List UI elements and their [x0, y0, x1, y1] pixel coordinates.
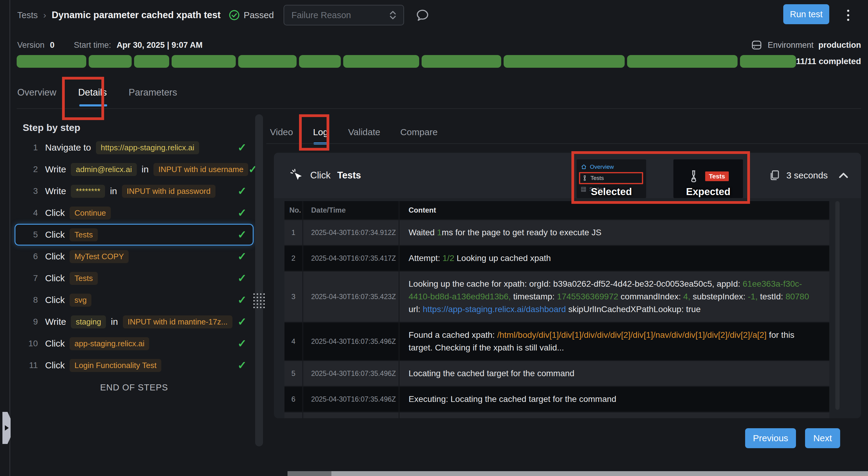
tab-details[interactable]: Details [78, 87, 107, 106]
step-target-chip: MyTest COPY [70, 250, 129, 263]
page-title: Dynamic parameter cached xpath test [52, 10, 221, 21]
log-row-timestamp: 2025-04-30T16:07:34.912Z [303, 220, 400, 245]
start-time-value: Apr 30, 2025 | 9:07 AM [117, 40, 203, 50]
progress-segment [134, 55, 169, 68]
right-triangle-icon [5, 425, 9, 431]
log-row-content: Looking up the cache for xpath: orgId: b… [400, 272, 829, 322]
progress-segment [299, 55, 341, 68]
step-target-chip: INPUT with id mantine-17z... [123, 315, 232, 329]
step-row[interactable]: 1Navigate tohttps://app-staging.relicx.a… [14, 137, 254, 159]
command-title: Click Tests [290, 153, 361, 198]
log-tab-compare[interactable]: Compare [400, 127, 437, 144]
selected-screenshot-thumbnail[interactable]: OverviewTestsSuites Selected [577, 159, 646, 198]
step-success-check-icon: ✓ [238, 272, 247, 284]
step-action-label: Click [45, 273, 65, 283]
horizontal-scrollbar-thumb[interactable] [287, 471, 332, 476]
step-target-chip: app-staging.relicx.ai [70, 337, 149, 350]
step-number: 3 [24, 186, 38, 196]
step-row[interactable]: 11ClickLogin Functionality Test✓ [14, 354, 254, 376]
mini-nav-item-overview: Overview [581, 162, 643, 172]
step-success-check-icon: ✓ [238, 359, 247, 372]
log-row-content: Executing: Locating the cached target fo… [400, 387, 829, 412]
log-tab-validate[interactable]: Validate [348, 127, 380, 144]
step-row[interactable]: 2Writeadmin@relicx.aiinINPUT with id use… [14, 159, 254, 180]
expected-target-label: Tests [705, 171, 728, 181]
progress-segment [17, 55, 86, 68]
environment-group: Environment production [751, 39, 861, 51]
step-number: 9 [24, 317, 38, 327]
expected-screenshot-thumbnail[interactable]: Tests Expected [673, 159, 743, 198]
tab-parameters[interactable]: Parameters [129, 87, 177, 106]
step-connector: in [142, 164, 149, 174]
log-row-timestamp: 2025-04-30T16:07:35.753Z [303, 412, 400, 418]
command-log-card: Click Tests OverviewTestsSuites Selected… [274, 153, 861, 418]
log-tab-log[interactable]: Log [313, 127, 328, 144]
step-number: 8 [24, 295, 38, 305]
progress-segment [627, 55, 738, 68]
log-row-content: Locating the cached target for the comma… [400, 361, 829, 386]
horizontal-scrollbar[interactable] [287, 471, 868, 476]
progress-segment [89, 55, 132, 68]
step-row[interactable]: 3Write********inINPUT with id password✓ [14, 180, 254, 202]
run-meta-row: Version 0 Start time: Apr 30, 2025 | 9:0… [17, 38, 861, 52]
log-row: 12025-04-30T16:07:34.912ZWaited 1ms for … [284, 220, 829, 246]
step-row[interactable]: 7ClickTests✓ [14, 267, 254, 289]
log-row: 42025-04-30T16:07:35.496ZFound a cached … [284, 323, 829, 361]
step-number: 11 [24, 361, 38, 370]
log-row-text: Locating the cached target for the comma… [409, 367, 575, 380]
status-label: Passed [244, 10, 274, 20]
failure-reason-placeholder: Failure Reason [291, 10, 351, 20]
step-action-label: Write [45, 317, 66, 327]
step-action-label: Click [45, 338, 65, 349]
log-tab-video[interactable]: Video [270, 127, 293, 144]
step-value-chip: staging [71, 315, 106, 329]
step-target-chip: Login Functionality Test [70, 359, 161, 372]
step-row[interactable]: 9WritestaginginINPUT with id mantine-17z… [14, 311, 254, 333]
step-target-chip: Tests [70, 228, 98, 241]
step-action-label: Click [45, 360, 65, 370]
environment-label: Environment [768, 40, 813, 50]
flask-icon [688, 170, 700, 183]
failure-reason-select[interactable]: Failure Reason [284, 5, 404, 25]
step-row[interactable]: 8Clicksvg✓ [14, 289, 254, 311]
more-options-icon[interactable] [842, 7, 854, 23]
expand-drawer-toggle[interactable] [2, 412, 10, 444]
log-row: 62025-04-30T16:07:35.496ZExecuting: Loca… [284, 387, 829, 412]
progress-segment [238, 55, 297, 68]
panel-resizer-scrollbar[interactable] [255, 114, 263, 446]
step-success-check-icon: ✓ [238, 141, 247, 154]
log-table-scrollbar[interactable] [835, 201, 840, 410]
end-of-steps-label: END OF STEPS [14, 376, 254, 399]
step-value-chip: https://app-staging.relicx.ai [96, 141, 199, 154]
flask-icon [582, 175, 587, 181]
environment-value: production [818, 40, 861, 50]
log-row-number: 3 [284, 272, 303, 322]
step-number: 2 [24, 165, 38, 174]
select-chevrons-icon [389, 9, 397, 21]
home-icon [581, 164, 587, 170]
step-row[interactable]: 5ClickTests✓ [14, 224, 254, 245]
step-success-check-icon: ✓ [238, 228, 247, 241]
log-row-timestamp: 2025-04-30T16:07:35.496Z [303, 323, 400, 360]
previous-button[interactable]: Previous [745, 428, 796, 448]
step-number: 7 [24, 273, 38, 283]
step-row[interactable]: 10Clickapp-staging.relicx.ai✓ [14, 333, 254, 354]
breadcrumb-separator: › [43, 10, 46, 20]
version-label: Version [17, 40, 44, 50]
tab-overview[interactable]: Overview [17, 87, 56, 106]
status-badge: Passed [228, 9, 274, 21]
mini-nav-label: Overview [590, 164, 614, 170]
next-button[interactable]: Next [805, 428, 840, 448]
log-tabs: VideoLogValidateCompare [270, 127, 438, 144]
step-target-chip: Continue [70, 207, 111, 219]
breadcrumb-tests[interactable]: Tests [17, 10, 38, 20]
version-value: 0 [50, 40, 55, 50]
run-test-button[interactable]: Run test [783, 4, 829, 24]
copy-icon[interactable] [769, 170, 780, 181]
step-row[interactable]: 4ClickContinue✓ [14, 202, 254, 224]
log-table-header: No.Date/TimeContent [284, 201, 829, 220]
step-row[interactable]: 6ClickMyTest COPY✓ [14, 245, 254, 267]
progress-segment [422, 55, 501, 68]
comment-icon[interactable] [415, 7, 430, 23]
collapse-chevron-icon[interactable] [838, 172, 849, 179]
